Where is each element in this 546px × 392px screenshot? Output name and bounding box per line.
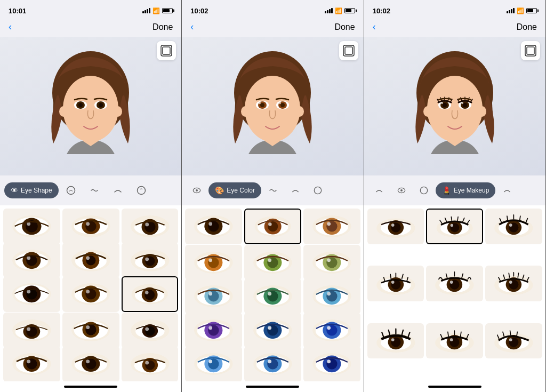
svg-point-93 [245,76,300,142]
tool-lid-2[interactable] [285,182,306,198]
svg-point-14 [137,187,145,195]
eye-cell-2-13[interactable] [185,346,242,381]
back-button-2[interactable]: ‹ [190,21,194,33]
tool-extra-3[interactable] [496,182,518,198]
eye-cell-2-3[interactable] [303,209,360,244]
eye-cell-3-5[interactable] [426,266,483,301]
eye-cell-1-15[interactable] [122,346,179,381]
tool-more-2[interactable] [307,182,328,198]
tool-lid-1[interactable] [107,182,129,199]
eye-cell-3-2[interactable] [426,209,483,244]
preview-button-1[interactable] [157,41,176,60]
eye-cell-1-3[interactable] [122,209,179,244]
avatar-area-1 [0,37,181,175]
eye-cell-3-1[interactable] [367,209,424,244]
svg-line-273 [448,332,448,336]
avatar-area-2 [182,37,363,175]
tool-eye-makeup-3[interactable]: 💄 Eye Makeup [436,182,496,198]
eye-cell-3-9[interactable] [485,323,542,359]
eye-cell-2-15[interactable] [303,346,360,381]
eye-cell-1-1[interactable] [3,209,60,244]
status-icons-3: 📶 [507,7,537,14]
eye-cell-1-5[interactable] [62,243,119,278]
eye-cell-2-9[interactable] [303,278,360,314]
eye-cell-3-4[interactable] [367,266,424,301]
tool-eye-shape-3[interactable] [391,182,412,198]
signal-bars-3 [507,8,515,13]
tool-eyebrow-1[interactable] [60,182,82,199]
tool-more-3[interactable] [413,182,435,198]
tool-eye-makeup-label-3: Eye Makeup [454,187,489,194]
eye-cell-3-6[interactable] [485,266,542,301]
eye-cell-1-11[interactable] [62,313,119,348]
tool-eye-shape-1[interactable]: 👁 Eye Shape [4,182,59,198]
phone-panel-2: 10:02 📶 ‹ Done [182,0,364,392]
svg-point-84 [86,360,90,364]
done-button-2[interactable]: Done [334,22,355,32]
svg-line-275 [461,332,461,336]
eye-cell-1-10[interactable] [3,313,60,348]
home-indicator-3 [364,381,545,392]
tool-lid-3[interactable] [368,182,390,198]
back-button-3[interactable]: ‹ [373,21,376,33]
nav-bar-2: ‹ Done [182,19,363,37]
svg-point-89 [145,361,149,365]
eye-cell-1-9[interactable] [122,276,179,312]
eye-cell-2-11[interactable] [244,313,301,348]
eye-cell-3-7[interactable] [367,323,424,359]
nav-bar-1: ‹ Done [0,19,181,37]
eye-cell-1-13[interactable] [3,346,60,381]
battery-icon-2 [344,8,355,13]
eye-cell-2-4[interactable] [185,245,242,281]
avatar-face-1 [40,47,141,165]
svg-point-157 [209,326,213,330]
signal-bars-2 [325,8,333,13]
done-button-1[interactable]: Done [152,22,173,32]
avatar-face-2 [222,47,323,165]
eye-cell-3-3[interactable] [485,209,542,244]
wifi-icon-3: 📶 [517,7,524,14]
svg-point-4 [59,106,68,117]
svg-point-69 [86,325,90,329]
eye-cell-2-14[interactable] [244,346,301,381]
svg-point-11 [99,103,103,107]
tool-eye-shape-2[interactable] [186,182,207,198]
done-button-3[interactable]: Done [517,22,537,32]
eye-cell-2-6[interactable] [303,245,360,281]
eye-cell-1-6[interactable] [122,243,179,278]
eye-cell-2-8[interactable] [244,278,301,314]
eye-cell-1-4[interactable] [3,243,60,278]
svg-point-117 [268,222,271,226]
status-bar-2: 10:02 📶 [182,0,363,19]
tool-lash-1[interactable] [83,182,106,199]
eye-cell-3-8[interactable] [426,323,483,359]
home-bar-2 [246,386,299,388]
tool-more-1[interactable] [130,182,152,199]
eye-cell-2-5[interactable] [244,245,301,281]
eye-cell-2-1[interactable] [185,209,242,244]
eye-cell-1-12[interactable] [122,313,179,348]
eye-cell-2-10[interactable] [185,313,242,348]
eye-cell-1-14[interactable] [62,346,119,381]
svg-point-95 [295,106,304,117]
tool-lash-2[interactable] [262,182,284,198]
back-button-1[interactable]: ‹ [9,21,12,33]
nav-bar-3: ‹ Done [364,19,545,37]
lid-icon-1 [113,186,123,195]
eye-cell-2-7[interactable] [185,278,242,314]
eye-cell-2-2[interactable] [244,209,301,244]
phone-panel-1: 10:01 📶 ‹ Done [0,0,182,392]
preview-button-2[interactable] [339,41,358,60]
svg-point-187 [423,106,432,117]
eye-cell-1-2[interactable] [62,209,119,244]
eye-cell-1-7[interactable] [3,276,60,312]
preview-button-3[interactable] [521,41,540,60]
svg-point-44 [145,257,149,261]
eye-cell-2-12[interactable] [303,313,360,348]
svg-point-29 [145,223,149,227]
makeup-icon-3: 💄 [442,186,451,195]
extra-icon-3 [503,186,511,195]
svg-point-98 [260,103,264,107]
tool-eye-color-2[interactable]: 🎨 Eye Color [208,182,261,198]
eye-cell-1-8[interactable] [62,276,119,312]
